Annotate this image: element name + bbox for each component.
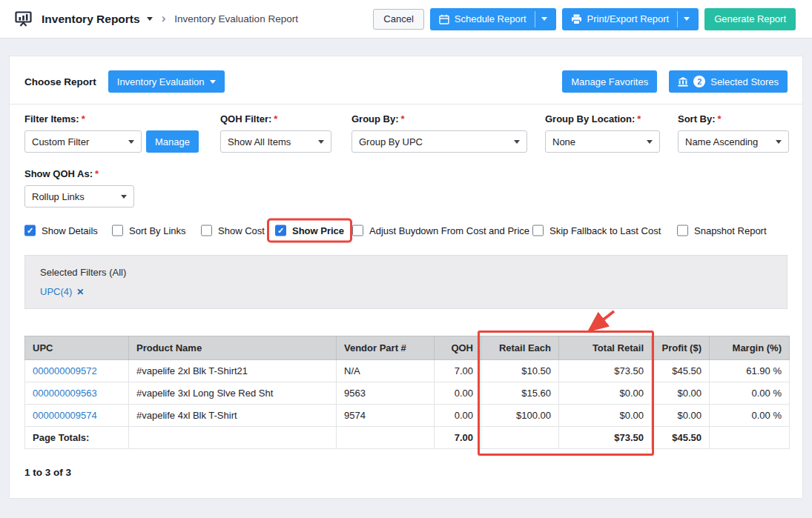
annotation-arrow-zone <box>24 309 788 336</box>
col-header-qoh: QOH <box>435 336 481 360</box>
qoh-cell: 7.00 <box>435 360 481 382</box>
qoh-filter-label: QOH Filter:* <box>220 113 331 124</box>
print-export-label: Print/Export Report <box>587 13 670 24</box>
chevron-down-icon[interactable] <box>684 17 690 21</box>
retail-each-cell: $15.60 <box>481 382 559 405</box>
profit-cell: $0.00 <box>652 405 710 427</box>
filters-row: Filter Items:* Custom Filter Manage QOH … <box>24 113 788 156</box>
checkbox[interactable] <box>532 225 544 236</box>
show-qoh-as-label: Show QOH As:* <box>24 168 788 179</box>
filter-items-select[interactable]: Custom Filter <box>24 130 142 153</box>
upc-link[interactable]: 000000009572 <box>25 360 129 382</box>
retail-each-cell: $10.50 <box>481 360 559 382</box>
page-title: Inventory Reports <box>42 13 140 26</box>
select-value: Group By UPC <box>359 136 423 147</box>
checkbox[interactable] <box>112 225 123 236</box>
col-header-vendor-part: Vendor Part # <box>337 336 435 360</box>
qoh-filter-field: QOH Filter:* Show All Items <box>220 113 331 153</box>
checkbox-snapshot-report[interactable]: Snapshot Report <box>677 225 767 236</box>
checkbox-label: Snapshot Report <box>694 225 767 236</box>
checkbox-sort-by-links[interactable]: Sort By Links <box>112 225 186 236</box>
group-by-field: Group By:* Group By UPC <box>351 113 527 153</box>
col-header-profit: Profit ($) <box>652 336 710 360</box>
generate-report-button[interactable]: Generate Report <box>704 8 796 30</box>
button-divider <box>535 11 535 27</box>
cancel-button[interactable]: Cancel <box>373 9 423 30</box>
checkbox[interactable] <box>24 225 36 236</box>
qoh-filter-select[interactable]: Show All Items <box>220 130 331 153</box>
label-text: Show QOH As: <box>24 168 93 179</box>
show-qoh-as-select[interactable]: Rollup Links <box>24 185 134 207</box>
selected-filters-title: Selected Filters (All) <box>40 267 772 278</box>
filter-chip-label: UPC(4) <box>40 286 72 297</box>
divider <box>10 104 802 104</box>
checkbox-label: Adjust Buydown From Cost and Price <box>369 225 529 236</box>
select-value: None <box>552 136 575 147</box>
report-type-label: Inventory Evaluation <box>117 76 205 87</box>
inventory-reports-dropdown[interactable]: Inventory Reports <box>42 13 153 26</box>
checkbox-show-cost[interactable]: Show Cost <box>201 225 265 236</box>
col-header-upc: UPC <box>25 336 129 360</box>
select-value: Rollup Links <box>32 191 85 202</box>
total-retail-cell: $73.50 <box>559 360 652 382</box>
schedule-report-button[interactable]: Schedule Report <box>430 8 556 30</box>
remove-filter-icon[interactable]: ✕ <box>76 287 84 297</box>
checkbox-show-price[interactable]: Show Price <box>267 219 352 243</box>
qoh-cell: 0.00 <box>435 382 481 405</box>
selected-filters-panel: Selected Filters (All) UPC(4) ✕ <box>24 255 788 309</box>
required-marker: * <box>637 113 641 124</box>
col-header-total-retail: Total Retail <box>559 336 652 360</box>
totals-cell <box>129 427 337 449</box>
report-type-dropdown[interactable]: Inventory Evaluation <box>108 70 225 93</box>
chevron-down-icon[interactable] <box>541 17 547 21</box>
report-table: UPC Product Name Vendor Part # QOH Retai… <box>24 336 790 449</box>
printer-icon <box>571 14 582 24</box>
selected-stores-button[interactable]: 2 Selected Stores <box>669 70 788 93</box>
total-retail-cell: $0.00 <box>559 405 652 427</box>
checkbox-show-details[interactable]: Show Details <box>24 225 98 236</box>
chevron-down-icon <box>121 195 127 199</box>
required-marker: * <box>95 168 99 179</box>
totals-cell <box>337 427 435 449</box>
checkbox-label: Show Cost <box>218 225 265 236</box>
profit-cell: $45.50 <box>652 360 710 382</box>
print-export-button[interactable]: Print/Export Report <box>562 8 699 30</box>
checkbox[interactable] <box>677 225 688 236</box>
manage-filter-button[interactable]: Manage <box>146 130 199 153</box>
page: Inventory Reports › Inventory Evaluation… <box>0 0 812 518</box>
page-totals-label: Page Totals: <box>25 427 129 449</box>
checkbox-label: Show Price <box>292 225 344 236</box>
choose-report-label: Choose Report <box>24 76 96 87</box>
upc-link[interactable]: 000000009574 <box>25 405 129 427</box>
group-by-location-select[interactable]: None <box>545 130 660 153</box>
store-count-badge: 2 <box>693 76 705 87</box>
checkbox-adjust-buydown[interactable]: Adjust Buydown From Cost and Price <box>352 225 529 236</box>
checkbox[interactable] <box>275 225 286 236</box>
product-name-cell: #vapelife 2xl Blk T-Shirt21 <box>129 360 337 382</box>
table-header-row: UPC Product Name Vendor Part # QOH Retai… <box>25 336 790 360</box>
select-value: Show All Items <box>228 136 291 147</box>
filter-chip-upc[interactable]: UPC(4) ✕ <box>40 286 84 297</box>
group-by-location-field: Group By Location:* None <box>545 113 660 153</box>
checkbox[interactable] <box>201 225 212 236</box>
group-by-select[interactable]: Group By UPC <box>351 130 527 153</box>
checkbox[interactable] <box>352 225 363 236</box>
table-row: 000000009572 #vapelife 2xl Blk T-Shirt21… <box>25 360 790 382</box>
checkbox-skip-fallback[interactable]: Skip Fallback to Last Cost <box>532 225 661 236</box>
chevron-down-icon <box>128 140 134 144</box>
margin-cell: 61.90 % <box>710 360 790 382</box>
total-retail-cell: $0.00 <box>559 382 652 405</box>
manage-favorites-button[interactable]: Manage Favorites <box>562 70 657 93</box>
selected-stores-label: Selected Stores <box>710 76 779 87</box>
label-text: Sort By: <box>678 113 716 124</box>
options-row: Show Details Sort By Links Show Cost Sho… <box>24 213 788 248</box>
breadcrumb: Inventory Reports › Inventory Evaluation… <box>15 11 298 27</box>
label-text: QOH Filter: <box>220 113 271 124</box>
group-by-location-label: Group By Location:* <box>545 113 660 124</box>
retail-each-cell: $100.00 <box>481 405 559 427</box>
sort-by-select[interactable]: Name Ascending <box>678 130 789 153</box>
vendor-part-cell: 9574 <box>337 405 435 427</box>
upc-link[interactable]: 000000009563 <box>25 382 129 405</box>
required-marker: * <box>274 113 277 124</box>
table-row: 000000009574 #vapelife 4xl Blk T-Shirt 9… <box>25 405 790 427</box>
